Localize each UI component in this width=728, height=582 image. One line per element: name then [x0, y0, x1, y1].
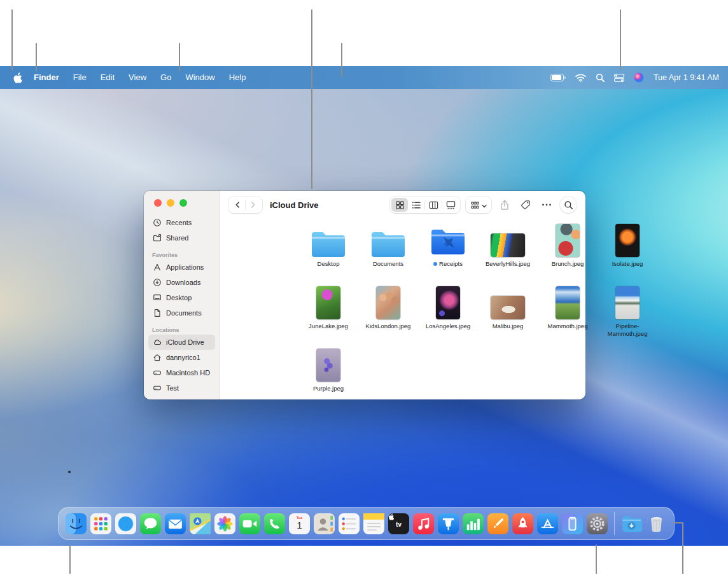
- dock-pages-icon[interactable]: [487, 513, 508, 534]
- dock-messages-icon[interactable]: [140, 513, 161, 534]
- dock-rocket-app-icon[interactable]: [512, 513, 533, 534]
- download-circle-icon: [152, 278, 162, 287]
- sidebar-item-desktop[interactable]: Desktop: [148, 290, 215, 305]
- menu-bar-clock[interactable]: Tue Apr 1 9:41 AM: [654, 73, 719, 82]
- folder-icon: [370, 224, 406, 257]
- file-item[interactable]: KidsLondon.jpeg: [358, 286, 418, 349]
- share-button[interactable]: [497, 200, 512, 211]
- dock-trash-icon[interactable]: [646, 513, 667, 534]
- image-thumbnail: [316, 286, 340, 319]
- back-button[interactable]: [231, 200, 245, 209]
- chevron-down-icon: [482, 199, 487, 211]
- file-item[interactable]: Desktop: [298, 224, 358, 286]
- window-title: iCloud Drive: [270, 200, 319, 210]
- minimize-button[interactable]: [167, 199, 174, 207]
- dock-apple-tv-icon[interactable]: tv: [388, 513, 409, 534]
- file-item[interactable]: Malibu.jpeg: [478, 286, 538, 349]
- control-center-icon[interactable]: [614, 74, 624, 82]
- file-item[interactable]: Pipeline-Mammoth.jpeg: [598, 286, 657, 349]
- sidebar-list: RecentsSharedFavoritesApplicationsDownlo…: [144, 215, 220, 396]
- sidebar-item-macintosh-hd[interactable]: Macintosh HD: [148, 365, 215, 380]
- file-grid: Desktop Documents ReceiptsBeverlyHills.j…: [298, 224, 657, 411]
- callout-line: [179, 43, 180, 71]
- list-view-button[interactable]: [408, 198, 424, 212]
- wifi-icon[interactable]: [575, 74, 586, 82]
- dock-notes-icon[interactable]: [363, 513, 384, 534]
- menu-file[interactable]: File: [66, 66, 94, 89]
- applications-icon: [152, 263, 162, 272]
- dock-photos-icon[interactable]: [214, 513, 235, 534]
- icon-view-button[interactable]: [391, 198, 408, 212]
- file-item[interactable]: Purple.jpeg: [298, 349, 358, 411]
- file-item[interactable]: JuneLake.jpeg: [298, 286, 358, 349]
- dock-safari-icon[interactable]: [115, 513, 136, 534]
- image-thumbnail: [556, 286, 580, 319]
- siri-icon[interactable]: [634, 73, 644, 83]
- window-controls: [154, 199, 187, 207]
- image-thumbnail: [615, 224, 640, 257]
- dock-phone-icon[interactable]: [264, 513, 285, 534]
- search-button[interactable]: [560, 197, 577, 213]
- more-options-button[interactable]: [539, 203, 554, 207]
- dock-finder-icon[interactable]: [66, 513, 87, 534]
- gallery-view-button[interactable]: [442, 198, 459, 212]
- menu-view[interactable]: View: [122, 66, 153, 89]
- dock-mail-icon[interactable]: [165, 513, 186, 534]
- sidebar-item-recents[interactable]: Recents: [148, 215, 215, 230]
- sidebar-item-label: Shared: [166, 234, 188, 242]
- sidebar-item-icloud-drive[interactable]: iCloud Drive: [148, 335, 215, 350]
- file-item[interactable]: Brunch.jpeg: [538, 224, 598, 286]
- menu-window[interactable]: Window: [178, 66, 221, 89]
- dock-launchpad-icon[interactable]: [90, 513, 111, 534]
- close-button[interactable]: [154, 199, 162, 207]
- file-item[interactable]: LosAngeles.jpeg: [418, 286, 478, 349]
- dock-app-store-icon[interactable]: [537, 513, 558, 534]
- file-label: Desktop: [318, 260, 340, 268]
- group-by-button[interactable]: [466, 197, 491, 213]
- file-item[interactable]: Receipts: [418, 224, 478, 286]
- sidebar-section-heading: Locations: [152, 327, 211, 333]
- zoom-button[interactable]: [179, 199, 187, 207]
- sidebar-item-documents[interactable]: Documents: [148, 305, 215, 321]
- dock-contacts-icon[interactable]: [314, 513, 335, 534]
- tags-button[interactable]: [518, 200, 533, 210]
- dock-music-icon[interactable]: [413, 513, 434, 534]
- mac-screen: FinderFileEditViewGoWindowHelp Tue Apr 1…: [0, 66, 728, 546]
- dock-facetime-icon[interactable]: [239, 513, 260, 534]
- sidebar-item-downloads[interactable]: Downloads: [148, 275, 215, 290]
- sidebar-section-heading: Favorites: [152, 252, 211, 258]
- dock-calendar-icon[interactable]: Tue1: [289, 513, 310, 534]
- battery-icon[interactable]: [550, 74, 566, 81]
- dock-system-settings-icon[interactable]: [587, 513, 608, 534]
- file-item[interactable]: BeverlyHills.jpeg: [478, 224, 538, 286]
- sidebar-item-label: Downloads: [166, 279, 200, 286]
- sidebar-item-dannyrico1[interactable]: dannyrico1: [148, 350, 215, 365]
- sidebar-item-applications[interactable]: Applications: [148, 260, 215, 275]
- sidebar-item-shared[interactable]: Shared: [148, 230, 215, 246]
- column-view-button[interactable]: [425, 198, 442, 212]
- sidebar-item-test[interactable]: Test: [148, 380, 215, 396]
- image-thumbnail: [316, 349, 340, 382]
- folder-icon: [311, 224, 346, 257]
- file-label: JuneLake.jpeg: [309, 322, 348, 330]
- menu-edit[interactable]: Edit: [94, 66, 122, 89]
- spotlight-search-icon[interactable]: [596, 73, 605, 82]
- sidebar-item-label: Test: [166, 384, 179, 392]
- dock-maps-icon[interactable]: [190, 513, 211, 534]
- dock-numbers-icon[interactable]: [463, 513, 484, 534]
- file-item[interactable]: Mammoth.jpeg: [538, 286, 598, 349]
- file-label: Purple.jpeg: [313, 385, 344, 392]
- apple-menu-icon[interactable]: [8, 73, 27, 83]
- file-item[interactable]: Documents: [358, 224, 418, 286]
- forward-button[interactable]: [246, 200, 260, 209]
- dock-reminders-icon[interactable]: [339, 513, 360, 534]
- dock-downloads-folder-icon[interactable]: [621, 513, 642, 534]
- callout-line: [341, 43, 342, 77]
- documentation-figure: FinderFileEditViewGoWindowHelp Tue Apr 1…: [0, 0, 728, 582]
- file-item[interactable]: Isolate.jpeg: [598, 224, 657, 286]
- menu-go[interactable]: Go: [153, 66, 178, 89]
- dock-iphone-mirroring-icon[interactable]: [562, 513, 583, 534]
- menu-help[interactable]: Help: [222, 66, 253, 89]
- dock-keynote-icon[interactable]: [438, 513, 459, 534]
- menu-finder[interactable]: Finder: [27, 66, 66, 89]
